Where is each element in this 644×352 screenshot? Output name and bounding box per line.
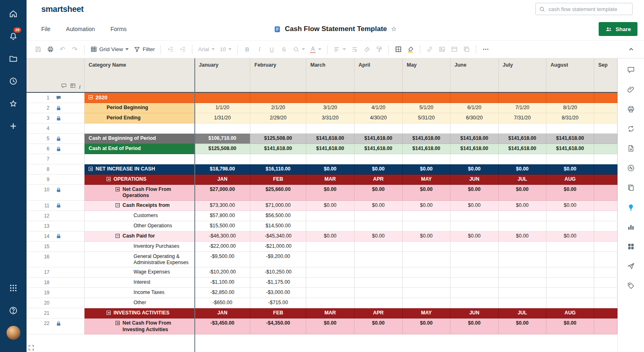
column-header-march[interactable]: March <box>306 58 354 92</box>
cell-r8-c1[interactable]: $18,798.00 <box>195 164 250 175</box>
cell-category-r6[interactable]: Cash at End of Period <box>85 144 195 154</box>
cell-r22-overflow[interactable] <box>594 318 617 334</box>
column-header-january[interactable]: January <box>195 58 250 92</box>
cell-r10-c6[interactable]: $0.00 <box>450 185 499 201</box>
cell-r20-c8[interactable] <box>546 298 594 308</box>
cell-r4-c1[interactable] <box>195 123 250 134</box>
cell-category-r14[interactable]: Cash Paid for <box>85 231 195 242</box>
cell-r3-c5[interactable]: 5/31/20 <box>403 113 450 123</box>
cell-r22-c3[interactable]: $0.00 <box>306 318 354 334</box>
cell-r7-c6[interactable] <box>450 154 499 164</box>
cell-r11-c5[interactable]: $0.00 <box>403 201 450 211</box>
filter-button[interactable]: Filter <box>131 43 157 56</box>
sidebar-item-home[interactable] <box>5 5 22 22</box>
cell-r15-c3[interactable] <box>306 242 354 252</box>
cell-r4-c4[interactable] <box>354 123 403 134</box>
cell-r10-c5[interactable]: $0.00 <box>403 185 450 201</box>
cell-r12-c2[interactable]: $56,500.00 <box>250 211 306 221</box>
cell-r11-c1[interactable]: $73,300.00 <box>195 201 250 211</box>
cell-r11-c8[interactable]: $0.00 <box>546 201 594 211</box>
align-icon[interactable] <box>331 43 348 56</box>
cell-r17-c5[interactable] <box>403 267 450 278</box>
cell-r7-c8[interactable] <box>546 154 594 164</box>
cell-r11-c4[interactable]: $0.00 <box>354 201 403 211</box>
collapse-toggle[interactable] <box>116 321 120 325</box>
cell-r20-c2[interactable]: -$715.00 <box>250 298 306 308</box>
cell-r19-c5[interactable] <box>403 288 450 298</box>
cell-r16-overflow[interactable] <box>594 252 617 268</box>
cell-r15-c1[interactable]: -$22,000.00 <box>195 242 250 252</box>
cell-r1-c2[interactable] <box>250 93 306 103</box>
cell-r21-c6[interactable]: JUN <box>450 308 499 318</box>
cell-category-r19[interactable]: Income Taxes <box>85 288 195 298</box>
cell-category-r17[interactable]: Wage Expenses <box>85 267 195 278</box>
cell-r20-overflow[interactable] <box>594 298 617 308</box>
font-size-select[interactable]: 10 <box>218 43 234 56</box>
cell-r2-c1[interactable]: 1/1/20 <box>195 103 250 113</box>
cell-category-r13[interactable]: Other Operations <box>85 221 195 231</box>
cell-r3-c6[interactable]: 6/30/20 <box>450 113 499 123</box>
cell-category-r10[interactable]: Net Cash Flow From Operations <box>85 185 195 201</box>
cell-r17-c6[interactable] <box>450 267 499 278</box>
image-icon[interactable] <box>436 43 448 56</box>
lock-icon[interactable] <box>56 105 62 111</box>
sidebar-item-help[interactable] <box>5 302 22 318</box>
cell-r4-c6[interactable] <box>450 123 499 134</box>
cell-r22-c7[interactable]: $0.00 <box>499 318 546 334</box>
borders-icon[interactable] <box>392 43 404 56</box>
cell-r2-c4[interactable]: 4/1/20 <box>354 103 403 113</box>
cell-r5-overflow[interactable] <box>594 134 617 144</box>
cell-r12-c1[interactable]: $57,800.00 <box>195 211 250 221</box>
cell-r5-c1[interactable]: $106,710.00 <box>195 134 250 144</box>
sidebar-item-account[interactable] <box>5 325 22 341</box>
cell-r2-c5[interactable]: 5/1/20 <box>403 103 450 113</box>
cell-r13-c8[interactable] <box>546 221 594 231</box>
cell-r19-c3[interactable] <box>306 288 354 298</box>
cell-r21-c4[interactable]: APR <box>354 308 403 318</box>
cell-r10-c7[interactable]: $0.00 <box>499 185 546 201</box>
collapse-toggle[interactable] <box>107 311 111 315</box>
cell-r6-c2[interactable]: $141,618.00 <box>250 144 306 154</box>
cell-r9-overflow[interactable] <box>594 175 617 185</box>
cell-r19-c2[interactable]: -$3,000.00 <box>250 288 306 298</box>
cell-category-r3[interactable]: Period Ending <box>85 113 195 123</box>
cell-r18-c5[interactable] <box>403 278 450 288</box>
cell-r13-c4[interactable] <box>354 221 403 231</box>
rail-smart-tips[interactable] <box>624 200 638 215</box>
row-number-8[interactable]: 8 <box>27 164 85 175</box>
row-number-12[interactable]: 12 <box>27 211 85 221</box>
cell-r14-c8[interactable]: $0.00 <box>546 231 594 242</box>
cell-r5-c4[interactable]: $141,618.00 <box>354 134 403 144</box>
cell-r20-c4[interactable] <box>354 298 403 308</box>
cell-r21-c7[interactable]: JUL <box>499 308 546 318</box>
wrap-text-icon[interactable] <box>349 43 360 56</box>
cell-r3-c1[interactable]: 1/31/20 <box>195 113 250 123</box>
cell-r19-c8[interactable] <box>546 288 594 298</box>
indent-icon[interactable] <box>177 43 188 56</box>
sidebar-item-favorites[interactable] <box>5 95 22 112</box>
row-number-18[interactable]: 18 <box>27 278 85 288</box>
format-painter-icon[interactable] <box>373 43 385 56</box>
cell-r9-c3[interactable]: MAR <box>306 175 354 185</box>
cell-r10-c4[interactable]: $0.00 <box>354 185 403 201</box>
row-number-14[interactable]: 14 <box>27 231 85 242</box>
sidebar-item-recents[interactable] <box>5 73 22 89</box>
cell-r16-c1[interactable]: -$9,500.00 <box>195 252 250 268</box>
cell-r1-c8[interactable] <box>546 93 594 103</box>
cell-r3-overflow[interactable] <box>594 113 617 123</box>
cell-r21-c1[interactable]: JAN <box>195 308 250 318</box>
cell-r15-c4[interactable] <box>354 242 403 252</box>
frozen-column-divider[interactable] <box>194 58 195 352</box>
clear-format-icon[interactable] <box>361 43 372 56</box>
cell-r18-c3[interactable] <box>306 278 354 288</box>
sidebar-item-create[interactable] <box>5 118 22 134</box>
cell-r16-c7[interactable] <box>499 252 546 268</box>
bold-icon[interactable]: B <box>241 43 253 56</box>
cell-r17-c2[interactable]: -$10,250.00 <box>250 267 306 278</box>
cell-r14-c5[interactable]: $0.00 <box>403 231 450 242</box>
cell-r6-c4[interactable]: $141,618.00 <box>354 144 403 154</box>
view-selector[interactable]: Grid View <box>88 43 131 56</box>
cell-r22-c2[interactable]: -$4,350.00 <box>250 318 306 334</box>
row-number-4[interactable]: 4 <box>27 123 85 134</box>
cell-r19-c4[interactable] <box>354 288 403 298</box>
